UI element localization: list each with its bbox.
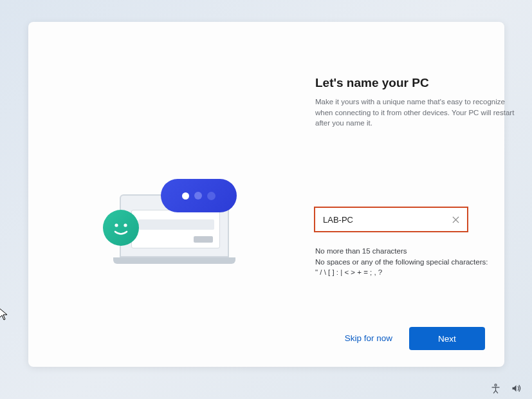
volume-icon[interactable] bbox=[510, 382, 522, 394]
clear-input-button[interactable] bbox=[449, 213, 462, 226]
svg-point-2 bbox=[494, 384, 496, 385]
pc-name-input[interactable] bbox=[323, 208, 449, 231]
rule-chars-list: " / \ [ ] : | < > + = ; , ? bbox=[315, 267, 508, 278]
setup-panel: Let's name your PC Make it yours with a … bbox=[28, 22, 504, 367]
page-subtitle: Make it yours with a unique name that's … bbox=[315, 97, 518, 129]
hero-illustration bbox=[99, 176, 247, 273]
rule-max-chars: No more than 15 characters bbox=[315, 246, 508, 257]
rule-no-special: No spaces or any of the following specia… bbox=[315, 257, 508, 268]
svg-point-0 bbox=[115, 223, 118, 227]
page-title: Let's name your PC bbox=[315, 76, 518, 90]
mouse-cursor-icon bbox=[0, 308, 9, 322]
accessibility-icon[interactable] bbox=[490, 382, 501, 394]
input-rules: No more than 15 characters No spaces or … bbox=[315, 246, 508, 278]
smiley-face-icon bbox=[103, 210, 139, 246]
pc-name-field-wrap[interactable] bbox=[314, 207, 468, 232]
system-tray bbox=[490, 382, 522, 394]
next-button[interactable]: Next bbox=[409, 327, 485, 350]
laptop-window bbox=[131, 210, 220, 248]
content-area: Let's name your PC Make it yours with a … bbox=[315, 76, 518, 129]
skip-button[interactable]: Skip for now bbox=[336, 327, 401, 349]
svg-point-1 bbox=[124, 223, 127, 227]
chat-bubble-icon bbox=[161, 179, 237, 212]
